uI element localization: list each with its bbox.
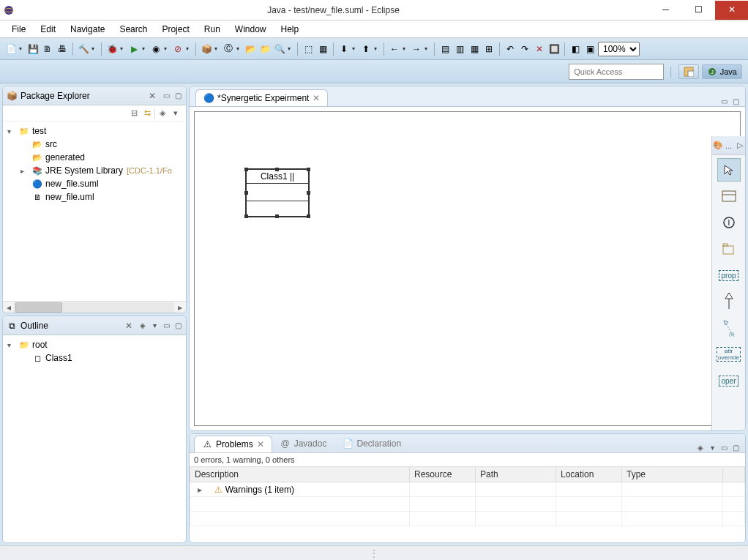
external-tools-icon[interactable]: ⊘ xyxy=(171,42,184,56)
collapse-all-icon[interactable]: ⊟ xyxy=(128,108,140,119)
outline-root-node[interactable]: root xyxy=(32,340,48,350)
align-left-icon[interactable]: ▤ xyxy=(438,42,452,56)
resize-handle-ne[interactable] xyxy=(307,168,310,171)
menu-file[interactable]: File xyxy=(4,23,33,36)
redo-icon[interactable]: ↷ xyxy=(518,42,531,56)
table-row[interactable]: ▸ ⚠ Warnings (1 item) xyxy=(190,482,745,497)
outline-class-node[interactable]: Class1 xyxy=(45,353,72,363)
palette-oper-tool[interactable]: oper xyxy=(717,369,741,392)
scroll-thumb[interactable] xyxy=(15,302,62,313)
col-description[interactable]: Description xyxy=(190,467,410,482)
lock-icon[interactable]: 🔲 xyxy=(547,42,561,56)
generated-node[interactable]: generated xyxy=(45,152,85,163)
undo-icon[interactable]: ↶ xyxy=(504,42,517,56)
menu-navigate[interactable]: Navigate xyxy=(63,23,112,36)
maximize-view-icon[interactable]: ▢ xyxy=(173,91,183,101)
twisty-collapsed-icon[interactable]: ▸ xyxy=(20,167,29,175)
palette-generalization-tool[interactable] xyxy=(717,290,741,313)
palette-interface-tool[interactable]: I xyxy=(717,211,741,234)
palette-realization-tool[interactable]: (I) xyxy=(717,316,741,340)
resize-handle-e[interactable] xyxy=(307,191,310,195)
fwd-dd[interactable]: ▾ xyxy=(425,45,430,52)
resize-handle-w[interactable] xyxy=(244,191,248,195)
zoom-select[interactable]: 100% xyxy=(598,42,640,56)
palette-class-tool[interactable] xyxy=(717,184,741,208)
open-type-icon[interactable]: 📂 xyxy=(244,42,257,56)
uml-class-box[interactable]: Class1 || xyxy=(246,169,309,217)
resize-handle-s[interactable] xyxy=(275,214,279,218)
grid-icon[interactable]: ⊞ xyxy=(482,42,495,56)
col-type[interactable]: Type xyxy=(622,467,723,482)
view-menu-icon[interactable]: ▾ xyxy=(170,108,182,119)
col-location[interactable]: Location xyxy=(556,467,622,482)
palette-package-tool[interactable] xyxy=(717,237,741,261)
outline-twisty-icon[interactable]: ▾ xyxy=(7,341,16,349)
toggle-block-icon[interactable]: ▦ xyxy=(316,42,329,56)
menu-project[interactable]: Project xyxy=(154,23,196,36)
palette-select-tool[interactable] xyxy=(717,158,741,182)
search-icon[interactable]: 🔍 xyxy=(273,42,286,56)
build-icon[interactable]: 🔨 xyxy=(77,42,90,56)
coverage-icon[interactable]: ◉ xyxy=(149,42,162,56)
hscrollbar[interactable]: ◂ ▸ xyxy=(3,301,186,313)
new-class-icon[interactable]: Ⓒ xyxy=(222,42,235,56)
resize-handle-nw[interactable] xyxy=(244,168,248,171)
outline-max-icon[interactable]: ▢ xyxy=(173,321,183,331)
editor-tab-close-icon[interactable]: ✕ xyxy=(313,93,320,103)
tab-problems-close-icon[interactable]: ✕ xyxy=(257,439,264,449)
open-task-icon[interactable]: 📁 xyxy=(258,42,272,56)
menu-edit[interactable]: Edit xyxy=(33,23,63,36)
debug-dropdown[interactable]: ▾ xyxy=(120,45,126,52)
resize-handle-se[interactable] xyxy=(307,214,310,218)
project-node[interactable]: test xyxy=(32,126,46,136)
new-icon[interactable]: 📄 xyxy=(4,42,18,56)
delete-icon[interactable]: ✕ xyxy=(533,42,546,56)
filter-icon[interactable]: ◈ xyxy=(157,108,168,119)
jre-node[interactable]: JRE System Library xyxy=(45,165,123,176)
uml-file-node[interactable]: new_file.uml xyxy=(45,192,94,202)
resize-handle-sw[interactable] xyxy=(244,214,248,218)
problems-min-icon[interactable]: ▭ xyxy=(719,442,729,452)
editor-max-icon[interactable]: ▢ xyxy=(730,96,741,106)
uml-class-attributes[interactable] xyxy=(247,184,308,201)
next-annotation-icon[interactable]: ⬇ xyxy=(337,42,351,56)
tab-problems[interactable]: ⚠ Problems ✕ xyxy=(194,436,272,452)
debug-icon[interactable]: 🐞 xyxy=(105,42,119,56)
run-dropdown[interactable]: ▾ xyxy=(142,45,148,52)
menu-search[interactable]: Search xyxy=(112,23,154,36)
maximize-button[interactable]: ☐ xyxy=(682,1,715,20)
ext-dropdown[interactable]: ▾ xyxy=(186,45,192,52)
palette-arrow-icon[interactable]: ▷ xyxy=(734,140,745,152)
uml-canvas[interactable]: Class1 || xyxy=(194,111,741,426)
twisty-expanded-icon[interactable]: ▾ xyxy=(7,127,16,135)
back-icon[interactable]: ← xyxy=(388,42,401,56)
outline-close-icon[interactable]: ✕ xyxy=(123,321,135,331)
scroll-right-icon[interactable]: ▸ xyxy=(174,302,186,313)
outline-min-icon[interactable]: ▭ xyxy=(161,321,171,331)
pa-dd[interactable]: ▾ xyxy=(374,45,380,52)
coverage-dropdown[interactable]: ▾ xyxy=(164,45,170,52)
save-all-icon[interactable]: 🗎 xyxy=(41,42,54,56)
minimize-button[interactable]: ─ xyxy=(649,1,682,20)
toggle-mark-icon[interactable]: ⬚ xyxy=(302,42,315,56)
fit-icon[interactable]: ▣ xyxy=(583,42,596,56)
align-center-icon[interactable]: ▥ xyxy=(453,42,466,56)
resize-handle-n[interactable] xyxy=(275,168,279,171)
outline-filter-icon[interactable]: ◈ xyxy=(138,321,148,331)
scroll-left-icon[interactable]: ◂ xyxy=(3,302,15,313)
suml-file-node[interactable]: new_file.suml xyxy=(45,179,99,189)
preview-icon[interactable]: ◧ xyxy=(569,42,582,56)
uml-class-operations[interactable] xyxy=(247,201,308,216)
tab-javadoc[interactable]: @ Javadoc xyxy=(272,435,335,452)
editor-min-icon[interactable]: ▭ xyxy=(719,96,729,106)
palette-prop-tool[interactable]: prop xyxy=(717,264,741,287)
palette-customize-icon[interactable]: 🎨 xyxy=(712,140,723,152)
new-package-icon[interactable]: 📦 xyxy=(200,42,213,56)
editor-tab[interactable]: 🔵 *Synergetic Expeirment ✕ xyxy=(195,89,328,106)
new-dropdown[interactable]: ▾ xyxy=(19,45,25,52)
problems-filter-icon[interactable]: ◈ xyxy=(695,442,706,452)
problems-menu-icon[interactable]: ▾ xyxy=(707,442,717,452)
cls-dropdown[interactable]: ▾ xyxy=(236,45,242,52)
save-icon[interactable]: 💾 xyxy=(26,42,40,56)
pkg-dropdown[interactable]: ▾ xyxy=(214,45,220,52)
